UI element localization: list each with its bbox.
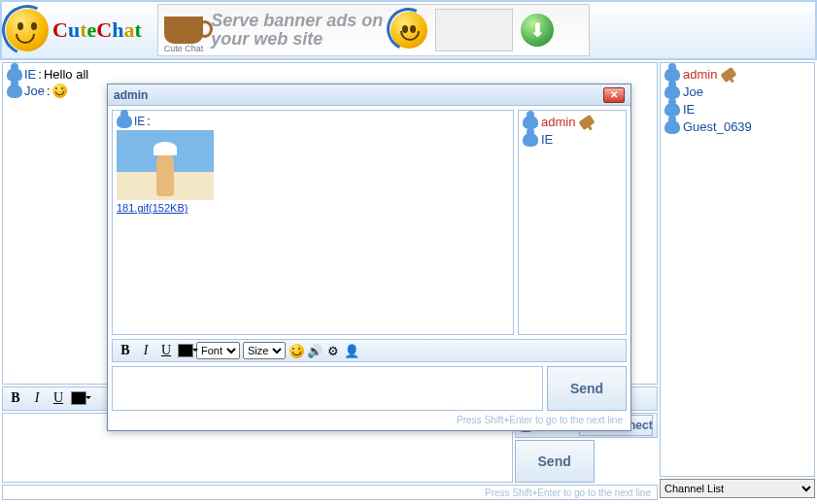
user-list-item[interactable]: Guest_0639 (664, 119, 810, 134)
compose-input-dialog[interactable] (112, 366, 543, 411)
user-list-item[interactable]: IE (523, 132, 622, 147)
banner-text: Serve banner ads onyour web site (211, 12, 383, 49)
chat-message: IE: (117, 115, 509, 128)
banner-smiley-icon (391, 12, 427, 49)
user-list-main: admin Joe IE Guest_0639 (660, 62, 815, 477)
chat-message: IE: Hello all (7, 67, 653, 82)
color-picker[interactable] (71, 391, 86, 405)
user-icon (523, 116, 538, 129)
gavel-icon (579, 114, 596, 129)
user-list-item[interactable]: Joe (664, 84, 810, 99)
dialog-titlebar[interactable]: admin ✕ (108, 84, 630, 106)
banner-screenshot (435, 9, 513, 51)
chat-text: Hello all (44, 67, 88, 82)
logo-text: CuteChat (52, 17, 142, 43)
user-name: Joe (683, 84, 703, 99)
user-name: admin (541, 115, 575, 129)
user-icon (7, 84, 22, 98)
dialog-chat-log: IE: 181.gif(152KB) (112, 110, 514, 335)
user-list-item[interactable]: admin (664, 67, 810, 82)
user-list-item[interactable]: IE (664, 102, 810, 117)
logo-smiley-icon (6, 9, 49, 51)
header-banner: CuteChat Cute Chat Serve banner ads onyo… (0, 0, 817, 60)
user-icon (664, 103, 680, 117)
format-toolbar-dialog: B I U Font Size 🔊 ⚙ 👤 (112, 339, 627, 362)
user-icon (664, 85, 680, 99)
image-attachment[interactable] (117, 130, 214, 200)
italic-button[interactable]: I (137, 342, 154, 359)
channel-list-select[interactable]: Channel List (660, 479, 815, 498)
user-name: IE (683, 102, 695, 117)
italic-button[interactable]: I (28, 389, 46, 407)
compose-hint-main: Press Shift+Enter to go to the next line (2, 485, 658, 500)
settings-icon[interactable]: ⚙ (325, 343, 341, 358)
compose-hint-dialog: Press Shift+Enter to go to the next line (108, 415, 630, 430)
user-icon (117, 115, 132, 128)
user-name: Guest_0639 (683, 119, 752, 134)
download-icon[interactable]: ⬇ (521, 14, 554, 47)
user-name: IE (541, 132, 553, 147)
send-button-main[interactable]: Send (515, 440, 595, 483)
underline-button[interactable]: U (50, 389, 67, 407)
chat-username: IE (134, 115, 145, 128)
coffee-cup-icon: Cute Chat (164, 7, 204, 53)
user-list-item[interactable]: admin (523, 115, 622, 129)
size-select[interactable]: Size (243, 342, 286, 359)
bold-button[interactable]: B (117, 342, 134, 359)
user-icon (664, 68, 680, 82)
sound-button[interactable]: 🔊 (307, 343, 323, 358)
underline-button[interactable]: U (157, 342, 175, 359)
smiley-emoji-icon (52, 84, 67, 98)
emoji-button[interactable] (289, 343, 304, 358)
color-picker[interactable] (178, 344, 193, 357)
user-name: admin (683, 67, 717, 82)
gavel-icon (721, 66, 737, 82)
font-select[interactable]: Font (196, 342, 240, 359)
ad-banner[interactable]: Cute Chat Serve banner ads onyour web si… (157, 4, 590, 56)
attachment-link[interactable]: 181.gif(152KB) (117, 202, 509, 214)
close-button[interactable]: ✕ (603, 87, 625, 103)
send-button-dialog[interactable]: Send (547, 366, 627, 411)
chat-username: IE (24, 67, 36, 82)
chat-username: Joe (24, 84, 45, 98)
dialog-title: admin (114, 88, 148, 102)
invite-user-icon[interactable]: 👤 (344, 343, 359, 358)
private-chat-dialog: admin ✕ IE: 181.gif(152KB) admin IE B I … (107, 84, 631, 431)
user-icon (523, 133, 538, 147)
dialog-user-list: admin IE (518, 110, 627, 335)
app-logo: CuteChat (6, 9, 142, 51)
bold-button[interactable]: B (7, 389, 24, 407)
user-icon (664, 120, 680, 134)
